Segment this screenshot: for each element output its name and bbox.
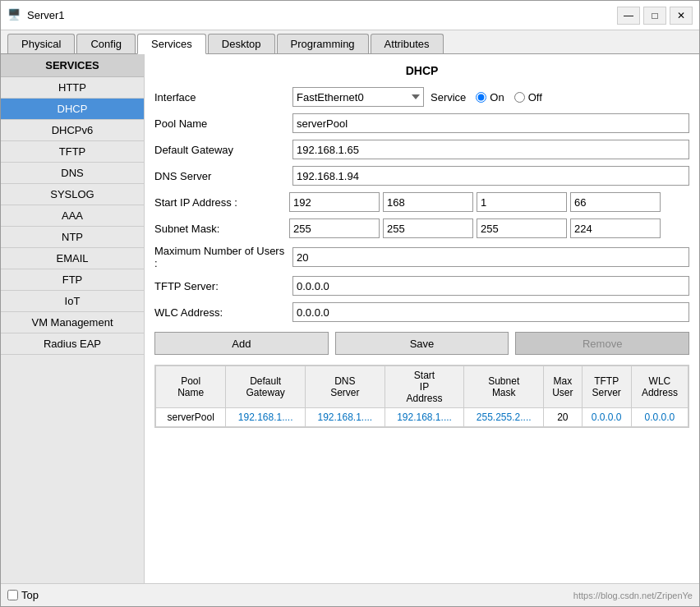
service-on-text: On bbox=[490, 91, 504, 103]
subnet-2-input[interactable] bbox=[383, 218, 473, 238]
dns-server-input[interactable] bbox=[292, 166, 689, 186]
pool-name-input[interactable] bbox=[292, 113, 689, 133]
start-ip-row: Start IP Address : bbox=[154, 192, 689, 212]
row-default-gateway: 192.168.1.... bbox=[226, 408, 306, 427]
row-subnet-mask: 255.255.2.... bbox=[464, 408, 544, 427]
default-gateway-input[interactable] bbox=[292, 140, 689, 159]
max-users-input[interactable] bbox=[292, 247, 689, 267]
sidebar-item-syslog[interactable]: SYSLOG bbox=[1, 184, 144, 205]
table-row[interactable]: serverPool 192.168.1.... 192.168.1.... 1… bbox=[156, 408, 688, 427]
row-start-ip: 192.168.1.... bbox=[385, 408, 464, 427]
minimize-button[interactable]: — bbox=[617, 7, 640, 25]
save-button[interactable]: Save bbox=[335, 332, 509, 355]
sidebar-item-tftp[interactable]: TFTP bbox=[1, 141, 144, 163]
subnet-mask-label: Subnet Mask: bbox=[154, 223, 286, 235]
add-button[interactable]: Add bbox=[154, 332, 329, 355]
subnet-1-input[interactable] bbox=[289, 218, 380, 238]
start-ip-3-input[interactable] bbox=[477, 192, 567, 212]
top-checkbox[interactable] bbox=[7, 590, 18, 600]
tab-config[interactable]: Config bbox=[76, 34, 136, 53]
tftp-server-row: TFTP Server: bbox=[154, 276, 689, 296]
status-bar: Top https://blog.csdn.net/ZripenYe bbox=[1, 583, 699, 606]
sidebar-item-dhcp[interactable]: DHCP bbox=[1, 99, 144, 120]
sidebar-item-vm[interactable]: VM Management bbox=[1, 312, 144, 333]
default-gateway-row: Default Gateway bbox=[154, 140, 689, 159]
sidebar-header: SERVICES bbox=[1, 54, 144, 77]
start-ip-label: Start IP Address : bbox=[154, 196, 286, 209]
row-dns-server: 192.168.1.... bbox=[306, 408, 385, 427]
interface-row: Interface FastEthernet0 Service On Off bbox=[154, 87, 689, 107]
interface-label: Interface bbox=[154, 91, 286, 103]
max-users-label: Maximum Number of Users : bbox=[154, 245, 286, 269]
row-pool-name: serverPool bbox=[156, 408, 226, 427]
row-max-user: 20 bbox=[544, 408, 582, 427]
col-max-user: MaxUser bbox=[544, 366, 582, 408]
col-default-gateway: DefaultGateway bbox=[226, 366, 306, 408]
sidebar-item-aaa[interactable]: AAA bbox=[1, 205, 144, 227]
close-button[interactable]: ✕ bbox=[670, 7, 693, 25]
tab-attributes[interactable]: Attributes bbox=[371, 34, 444, 53]
dhcp-table-container: PoolName DefaultGateway DNSServer StartI… bbox=[154, 365, 689, 428]
start-ip-4-input[interactable] bbox=[570, 192, 661, 212]
tab-programming[interactable]: Programming bbox=[277, 34, 369, 53]
button-row: Add Save Remove bbox=[154, 332, 689, 355]
sidebar-item-email[interactable]: EMAIL bbox=[1, 248, 144, 269]
pool-name-label: Pool Name bbox=[154, 117, 286, 130]
service-off-text: Off bbox=[528, 91, 542, 103]
default-gateway-label: Default Gateway bbox=[154, 144, 286, 156]
row-wlc-address: 0.0.0.0 bbox=[631, 408, 688, 427]
remove-button[interactable]: Remove bbox=[515, 332, 689, 355]
col-wlc-address: WLCAddress bbox=[631, 366, 688, 408]
sidebar-item-dns[interactable]: DNS bbox=[1, 163, 144, 184]
sidebar: SERVICES HTTP DHCP DHCPv6 TFTP DNS SYSLO… bbox=[1, 54, 145, 583]
sidebar-item-dhcpv6[interactable]: DHCPv6 bbox=[1, 120, 144, 141]
sidebar-item-radius[interactable]: Radius EAP bbox=[1, 333, 144, 355]
service-on-radio[interactable] bbox=[476, 92, 486, 103]
wlc-address-input[interactable] bbox=[292, 302, 689, 322]
sidebar-item-iot[interactable]: IoT bbox=[1, 291, 144, 312]
sidebar-item-http[interactable]: HTTP bbox=[1, 77, 144, 99]
sidebar-item-ftp[interactable]: FTP bbox=[1, 269, 144, 291]
start-ip-1-input[interactable] bbox=[289, 192, 380, 212]
subnet-3-input[interactable] bbox=[477, 218, 567, 238]
tftp-server-input[interactable] bbox=[292, 276, 689, 296]
max-users-row: Maximum Number of Users : bbox=[154, 245, 689, 269]
col-pool-name: PoolName bbox=[156, 366, 226, 408]
window-title: Server1 bbox=[27, 9, 65, 21]
dhcp-table: PoolName DefaultGateway DNSServer StartI… bbox=[155, 366, 688, 427]
app-icon: 🖥️ bbox=[7, 8, 22, 23]
col-dns-server: DNSServer bbox=[306, 366, 385, 408]
subnet-mask-row: Subnet Mask: bbox=[154, 218, 689, 238]
wlc-address-row: WLC Address: bbox=[154, 302, 689, 322]
tftp-server-label: TFTP Server: bbox=[154, 280, 286, 292]
interface-dropdown[interactable]: FastEthernet0 bbox=[292, 87, 424, 107]
tab-desktop[interactable]: Desktop bbox=[208, 34, 275, 53]
service-off-label[interactable]: Off bbox=[514, 91, 542, 103]
tab-services[interactable]: Services bbox=[137, 34, 206, 54]
title-bar: 🖥️ Server1 — □ ✕ bbox=[1, 1, 699, 30]
wlc-address-label: WLC Address: bbox=[154, 306, 286, 319]
top-checkbox-area[interactable]: Top bbox=[7, 589, 39, 601]
service-on-label[interactable]: On bbox=[476, 91, 504, 103]
row-tftp-server: 0.0.0.0 bbox=[582, 408, 631, 427]
sidebar-scroll: HTTP DHCP DHCPv6 TFTP DNS SYSLOG AAA NTP… bbox=[1, 77, 144, 583]
pool-name-row: Pool Name bbox=[154, 113, 689, 133]
col-start-ip: StartIPAddress bbox=[385, 366, 464, 408]
watermark: https://blog.csdn.net/ZripenYe bbox=[573, 591, 693, 600]
start-ip-2-input[interactable] bbox=[383, 192, 473, 212]
maximize-button[interactable]: □ bbox=[643, 7, 666, 25]
sidebar-item-ntp[interactable]: NTP bbox=[1, 227, 144, 248]
col-subnet-mask: SubnetMask bbox=[464, 366, 544, 408]
main-panel: DHCP Interface FastEthernet0 Service On … bbox=[145, 54, 699, 583]
main-window: 🖥️ Server1 — □ ✕ Physical Config Service… bbox=[0, 0, 700, 607]
subnet-4-input[interactable] bbox=[570, 218, 661, 238]
service-group: Service On Off bbox=[431, 91, 542, 103]
window-controls: — □ ✕ bbox=[617, 7, 693, 25]
dns-server-row: DNS Server bbox=[154, 166, 689, 186]
content-area: SERVICES HTTP DHCP DHCPv6 TFTP DNS SYSLO… bbox=[1, 54, 699, 583]
tab-bar: Physical Config Services Desktop Program… bbox=[1, 30, 699, 54]
top-label: Top bbox=[21, 589, 39, 601]
tab-physical[interactable]: Physical bbox=[7, 34, 75, 53]
service-off-radio[interactable] bbox=[514, 92, 525, 103]
title-bar-left: 🖥️ Server1 bbox=[7, 8, 65, 23]
